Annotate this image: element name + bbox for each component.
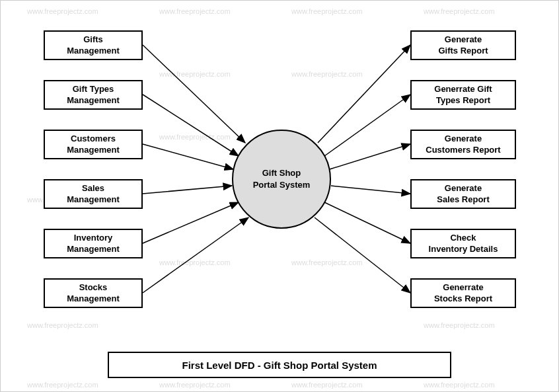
svg-line-12 [315, 217, 410, 293]
circle-label: Gift ShopPortal System [253, 167, 311, 191]
process-gift-shop-portal-system: Gift ShopPortal System [232, 130, 331, 229]
box-label: GenerateCustomers Report [426, 134, 500, 156]
box-label: Generrate GiftTypes Report [434, 84, 492, 106]
watermark: www.freeprojectz.com [424, 381, 495, 389]
diagram-container: { "watermark": "www.freeprojectz.com", "… [0, 0, 559, 392]
title-label: First Level DFD - Gift Shop Portal Syste… [182, 360, 377, 371]
svg-line-11 [324, 202, 410, 243]
entity-gift-types-management: Gift TypesManagement [44, 80, 143, 110]
box-label: GenerateGifts Report [438, 34, 488, 57]
svg-line-10 [331, 186, 410, 194]
entity-generate-gifts-report: GenerateGifts Report [410, 30, 516, 60]
box-label: SalesManagement [67, 183, 119, 206]
svg-line-5 [143, 202, 239, 243]
watermark: www.freeprojectz.com [27, 381, 98, 389]
box-label: InventoryManagement [67, 233, 119, 255]
watermark: www.freeprojectz.com [159, 133, 231, 141]
watermark: www.freeprojectz.com [291, 7, 363, 15]
entity-check-inventory-details: CheckInventory Details [410, 229, 516, 258]
watermark: www.freeprojectz.com [159, 70, 231, 78]
entity-customers-management: CustomersManagement [44, 130, 143, 159]
svg-line-1 [143, 45, 245, 143]
watermark: www.freeprojectz.com [424, 7, 495, 15]
box-label: CustomersManagement [67, 134, 119, 156]
watermark: www.freeprojectz.com [159, 7, 231, 15]
entity-gifts-management: GiftsManagement [44, 30, 143, 60]
svg-line-3 [143, 144, 233, 169]
box-label: GenerateSales Report [437, 183, 489, 206]
watermark: www.freeprojectz.com [27, 321, 98, 329]
entity-inventory-management: InventoryManagement [44, 229, 143, 258]
entity-generate-stocks-report: GenerrateStocks Report [410, 278, 516, 308]
watermark: www.freeprojectz.com [291, 381, 363, 389]
diagram-title: First Level DFD - Gift Shop Portal Syste… [108, 352, 451, 378]
svg-line-6 [143, 217, 248, 293]
svg-line-8 [324, 95, 410, 156]
watermark: www.freeprojectz.com [424, 321, 495, 329]
watermark: www.freeprojectz.com [291, 70, 363, 78]
entity-sales-management: SalesManagement [44, 179, 143, 209]
svg-line-4 [143, 186, 232, 194]
svg-line-2 [143, 95, 239, 156]
svg-line-7 [318, 45, 410, 143]
watermark: www.freeprojectz.com [27, 7, 98, 15]
watermark: www.freeprojectz.com [159, 381, 231, 389]
entity-generate-customers-report: GenerateCustomers Report [410, 130, 516, 159]
box-label: CheckInventory Details [429, 233, 498, 255]
entity-generate-sales-report: GenerateSales Report [410, 179, 516, 209]
svg-line-9 [330, 144, 410, 169]
box-label: GenerrateStocks Report [434, 282, 492, 305]
entity-generate-gift-types-report: Generrate GiftTypes Report [410, 80, 516, 110]
watermark: www.freeprojectz.com [159, 258, 231, 266]
entity-stocks-management: StocksManagement [44, 278, 143, 308]
box-label: GiftsManagement [67, 34, 119, 57]
box-label: StocksManagement [67, 282, 119, 305]
watermark: www.freeprojectz.com [291, 258, 363, 266]
box-label: Gift TypesManagement [67, 84, 119, 106]
